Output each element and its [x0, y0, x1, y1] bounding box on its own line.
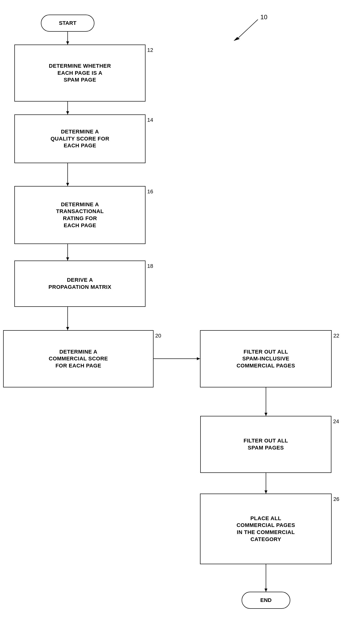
ref-12: 12 — [147, 47, 153, 53]
box-place-commercial: PLACE ALLCOMMERCIAL PAGESIN THE COMMERCI… — [200, 494, 332, 564]
box12-label: DETERMINE WHETHEREACH PAGE IS ASPAM PAGE — [49, 63, 111, 83]
box18-label: DERIVE APROPAGATION MATRIX — [48, 277, 111, 291]
ref-20: 20 — [155, 333, 161, 339]
box24-label: FILTER OUT ALLSPAM PAGES — [243, 437, 288, 451]
box-filter-spam-inclusive: FILTER OUT ALLSPAM-INCLUSIVECOMMERCIAL P… — [200, 330, 332, 388]
ref-number-10: 10 — [260, 13, 267, 21]
start-label: START — [59, 20, 76, 26]
svg-marker-9 — [66, 327, 69, 330]
box16-label: DETERMINE ATRANSACTIONALRATING FOREACH P… — [56, 201, 104, 229]
start-oval: START — [41, 15, 94, 32]
box-determine-spam: DETERMINE WHETHEREACH PAGE IS ASPAM PAGE — [14, 45, 145, 101]
end-label: END — [260, 597, 272, 603]
box-commercial-score: DETERMINE ACOMMERCIAL SCOREFOR EACH PAGE — [3, 330, 154, 388]
ref-24: 24 — [333, 418, 339, 425]
svg-marker-3 — [66, 111, 69, 114]
svg-marker-15 — [264, 490, 267, 494]
box-propagation-matrix: DERIVE APROPAGATION MATRIX — [14, 261, 145, 307]
svg-line-18 — [239, 19, 258, 38]
ref-18: 18 — [147, 263, 153, 269]
box-transactional-rating: DETERMINE ATRANSACTIONALRATING FOREACH P… — [14, 186, 145, 244]
box-quality-score: DETERMINE AQUALITY SCORE FOREACH PAGE — [14, 114, 145, 163]
svg-marker-7 — [66, 257, 69, 261]
box26-label: PLACE ALLCOMMERCIAL PAGESIN THE COMMERCI… — [237, 515, 295, 543]
box22-label: FILTER OUT ALLSPAM-INCLUSIVECOMMERCIAL P… — [237, 348, 295, 369]
ref-26: 26 — [333, 496, 339, 502]
box14-label: DETERMINE AQUALITY SCORE FOREACH PAGE — [51, 128, 110, 149]
end-oval: END — [242, 592, 290, 609]
flowchart-diagram: START 10 DETERMINE WHETHEREACH PAGE IS A… — [0, 0, 364, 628]
svg-marker-13 — [264, 413, 267, 416]
svg-marker-1 — [66, 41, 69, 45]
ref-14: 14 — [147, 117, 153, 123]
box-filter-spam: FILTER OUT ALLSPAM PAGES — [200, 416, 331, 473]
svg-marker-5 — [66, 183, 69, 186]
box20-label: DETERMINE ACOMMERCIAL SCOREFOR EACH PAGE — [49, 348, 108, 369]
svg-marker-11 — [197, 357, 200, 360]
ref-16: 16 — [147, 188, 153, 195]
svg-marker-19 — [234, 37, 240, 41]
svg-marker-17 — [264, 589, 267, 592]
ref-22: 22 — [333, 333, 339, 339]
